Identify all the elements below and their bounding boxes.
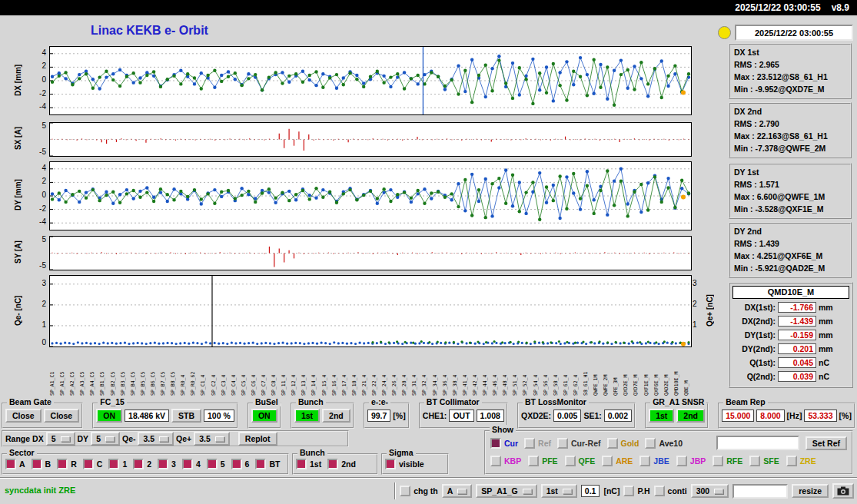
group-items-bunch: 1st2nd xyxy=(292,404,353,427)
checkbox-pfe[interactable] xyxy=(528,456,539,466)
y-axis-label-dx: DX [mm] xyxy=(12,46,23,114)
y-tick-q: 2 xyxy=(26,300,46,308)
checkbox-p-h[interactable] xyxy=(623,486,634,496)
bunch-1st-button[interactable]: 1st xyxy=(294,409,320,423)
bunch-2nd-button[interactable]: 2nd xyxy=(322,409,350,423)
range-qe-label: Qe- xyxy=(122,434,136,443)
stat-value-line: Min : -3.528@QXF1E_M xyxy=(734,203,846,215)
bpm-name-label: QAD2E_M xyxy=(663,348,670,396)
show-frame-title: Show xyxy=(490,425,516,434)
bpm-name-label: SP_R0_4 xyxy=(180,348,187,396)
y-tick-right-q: 1 xyxy=(693,320,708,329)
count-input[interactable] xyxy=(732,484,788,499)
camera-button[interactable] xyxy=(832,483,854,499)
sigma-items: visible xyxy=(383,455,447,473)
bpm-name-label: SP_C7_4 xyxy=(261,348,267,396)
checkbox-cur[interactable] xyxy=(490,438,501,449)
checkbox-jbe[interactable] xyxy=(639,456,650,466)
bpm-name-label: SP_C3_4 xyxy=(221,348,228,396)
checkbox-cur-ref[interactable] xyxy=(557,438,568,449)
checkbox-2[interactable] xyxy=(133,459,144,469)
y-axis-label-sy: SY [A] xyxy=(12,236,23,269)
checkbox-row-r: R xyxy=(57,459,77,469)
group-gr-a1-snsr: GR_A1 SNSR1st2nd xyxy=(645,403,709,429)
qmd-row-value: -0.159 xyxy=(778,330,816,340)
checkbox-1[interactable] xyxy=(108,459,119,469)
qmd-row-label: Q(1st): xyxy=(732,358,776,367)
checkbox-4[interactable] xyxy=(182,459,193,469)
checkbox-6[interactable] xyxy=(231,459,242,469)
y-tick-sx: -5 xyxy=(26,148,46,156)
bunch-select-dropdown[interactable]: 1st xyxy=(541,484,577,498)
checkbox-2nd[interactable] xyxy=(327,459,338,469)
bpm-select-dropdown-value: SP_A1_G xyxy=(481,486,517,496)
sector-mode-dropdown[interactable]: A xyxy=(442,484,473,498)
checkbox-sfe[interactable] xyxy=(749,456,760,466)
bpm-name-label: SP_B2_C5 xyxy=(110,348,117,396)
bpm-name-label: SP_B5_C5 xyxy=(140,348,147,396)
bpm-name-label: SP_B4_C5 xyxy=(130,348,137,396)
checkbox-row-1: 1 xyxy=(108,459,127,469)
chart-sy xyxy=(49,236,692,270)
bpm-name-label: SP_14_4 xyxy=(311,348,317,396)
set-ref-input[interactable] xyxy=(716,436,799,450)
show-row-1: CurRefCur-RefGoldAve10Set Ref xyxy=(490,436,847,450)
range-qe-dropdown[interactable]: 3.5 xyxy=(138,432,174,446)
checkbox-rfe[interactable] xyxy=(713,456,723,466)
checkbox-ref[interactable] xyxy=(524,438,535,449)
checkbox-chg-th[interactable] xyxy=(400,486,410,496)
sector-items: ABRC123456BT xyxy=(3,455,287,473)
bpm-name-label: SP_C5_4 xyxy=(241,348,247,396)
checkbox-jbp[interactable] xyxy=(676,456,687,466)
busel-on-button[interactable]: ON xyxy=(251,409,277,423)
checkbox-ave10[interactable] xyxy=(645,438,656,449)
checkbox-row-visible: visible xyxy=(385,459,424,469)
stat-group-dx-2nd: DX 2ndRMS : 2.790Max : 22.163@S8_61_H1Mi… xyxy=(729,102,852,158)
replot-button[interactable]: Replot xyxy=(238,432,277,446)
checkbox-row-conti: conti xyxy=(654,486,687,496)
checkbox-kbp[interactable] xyxy=(490,456,501,466)
checkbox-r[interactable] xyxy=(57,459,68,469)
checkbox-conti[interactable] xyxy=(654,486,665,496)
checkbox-visible[interactable] xyxy=(385,459,396,469)
resize-button[interactable]: resize xyxy=(792,484,829,498)
range-dy-dropdown[interactable]: 5 xyxy=(91,432,120,446)
checkbox-label-6: 6 xyxy=(245,459,250,469)
checkbox-b[interactable] xyxy=(32,459,42,469)
checkbox-bt[interactable] xyxy=(255,459,266,469)
stat-value-line: Max : 6.600@QWFE_1M xyxy=(734,191,846,203)
checkbox-label-2: 2 xyxy=(147,459,151,469)
checkbox-qfe[interactable] xyxy=(565,456,576,466)
fc-15-stb-button[interactable]: STB xyxy=(171,409,201,423)
e-e-99-7-display: 99.7 xyxy=(367,410,390,422)
group-items-busel: ON xyxy=(249,404,280,427)
group-title-beam-rep: Beam Rep xyxy=(723,397,767,406)
y-tick-q: 0 xyxy=(26,338,46,346)
y-tick-dx: 4 xyxy=(26,48,46,57)
fc-15-on-button[interactable]: ON xyxy=(96,409,122,423)
checkbox-3[interactable] xyxy=(158,459,168,469)
beam-gate-close-button[interactable]: Close xyxy=(5,409,42,423)
checkbox-row-are: ARE xyxy=(602,456,633,466)
range-qe-dropdown[interactable]: 3.5 xyxy=(194,432,230,446)
checkbox-are[interactable] xyxy=(602,456,613,466)
count-dropdown[interactable]: 300 xyxy=(691,484,729,498)
checkbox-5[interactable] xyxy=(207,459,218,469)
qmd-row-label: DY(2nd): xyxy=(732,344,776,353)
gr-a1-snsr-1st-button[interactable]: 1st xyxy=(649,409,674,423)
y-tick-dx: 2 xyxy=(26,61,46,70)
checkbox-c[interactable] xyxy=(83,459,94,469)
beam-gate-close-button[interactable]: Close xyxy=(44,409,80,423)
checkbox-a[interactable] xyxy=(5,459,16,469)
gr-a1-snsr-2nd-button[interactable]: 2nd xyxy=(676,409,705,423)
checkbox-gold[interactable] xyxy=(607,438,618,449)
range-qe-dropdown-value: 3.5 xyxy=(199,434,211,443)
checkbox-label-p-h: P.H xyxy=(637,486,649,496)
range-dx-label: DX xyxy=(32,434,44,443)
checkbox-row-bt: BT xyxy=(255,459,280,469)
checkbox-zre[interactable] xyxy=(786,456,797,466)
bpm-select-dropdown[interactable]: SP_A1_G xyxy=(476,484,536,498)
set-ref-button[interactable]: Set Ref xyxy=(806,436,847,450)
range-dx-dropdown[interactable]: 5 xyxy=(46,432,75,446)
checkbox-1st[interactable] xyxy=(296,459,307,469)
